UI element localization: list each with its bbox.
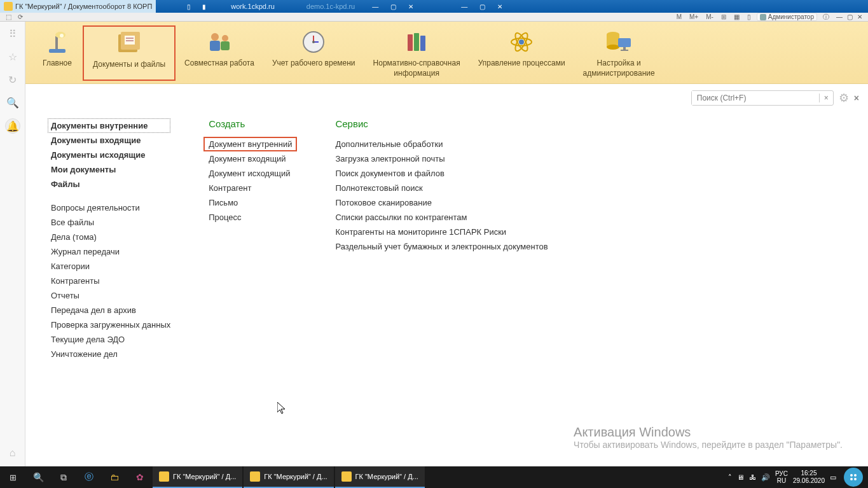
home-icon[interactable]: ⌂ bbox=[6, 446, 20, 460]
create-link[interactable]: Документ исходящий bbox=[209, 166, 297, 181]
star-icon[interactable]: ☆ bbox=[6, 50, 20, 64]
svg-rect-27 bbox=[618, 38, 631, 47]
tray-network-icon[interactable]: 🖧 bbox=[749, 473, 756, 481]
nav-item[interactable]: Документы исходящие bbox=[51, 148, 170, 162]
service-link[interactable]: Загрузка электронной почты bbox=[335, 151, 548, 166]
user-badge[interactable]: Администратор bbox=[757, 13, 817, 21]
task-icon bbox=[341, 471, 352, 482]
svg-point-32 bbox=[850, 478, 853, 480]
nav-item[interactable]: Категории bbox=[51, 259, 170, 274]
section-main[interactable]: Главное bbox=[32, 25, 83, 81]
nav-item[interactable]: Отчеты bbox=[51, 288, 170, 303]
tray-volume-icon[interactable]: 🔊 bbox=[761, 473, 770, 482]
create-link[interactable]: Документ входящий bbox=[209, 151, 297, 166]
service-link[interactable]: Дополнительные обработки bbox=[335, 137, 548, 151]
history-icon[interactable]: ↻ bbox=[6, 73, 20, 87]
section-time[interactable]: Учет рабочего времени bbox=[263, 25, 364, 81]
calc-icon[interactable]: ▦ bbox=[732, 13, 741, 20]
nav-item[interactable]: Уничтожение дел bbox=[51, 347, 170, 361]
search-input[interactable] bbox=[692, 91, 819, 105]
gear-icon[interactable]: ⚙ bbox=[839, 91, 849, 105]
minimize-button[interactable]: — bbox=[835, 13, 844, 20]
section-label: Совместная работа bbox=[184, 59, 254, 69]
nav-item[interactable]: Проверка загруженных данных bbox=[51, 317, 170, 332]
service-link[interactable]: Полнотекстовый поиск bbox=[335, 181, 548, 195]
start-button[interactable]: ⊞ bbox=[0, 466, 25, 488]
taskbar-task[interactable]: ГК "Меркурий" / Д... bbox=[244, 466, 333, 488]
nav-item[interactable]: Журнал передачи bbox=[51, 244, 170, 259]
ie-icon[interactable]: ⓔ bbox=[76, 466, 102, 488]
section-reference[interactable]: Нормативно-справочная информация bbox=[364, 25, 469, 81]
service-column: Сервис Дополнительные обработкиЗагрузка … bbox=[322, 118, 548, 361]
nav-item[interactable]: Файлы bbox=[51, 177, 170, 192]
app-icon[interactable]: ✿ bbox=[127, 466, 153, 488]
task-view-icon[interactable]: ⧉ bbox=[51, 466, 76, 488]
nav-item[interactable]: Передача дел в архив bbox=[51, 303, 170, 317]
maximize-icon[interactable]: ▢ bbox=[474, 1, 490, 11]
toolbar-icon[interactable]: ⟳ bbox=[16, 13, 25, 20]
apps-icon[interactable]: ⠿ bbox=[6, 27, 20, 41]
nav-item[interactable]: Контрагенты bbox=[51, 274, 170, 288]
svg-point-3 bbox=[60, 34, 64, 38]
nav-item[interactable]: Все файлы bbox=[51, 215, 170, 230]
language-indicator[interactable]: РУС RU bbox=[775, 470, 788, 484]
create-link[interactable]: Документ внутренний bbox=[203, 137, 297, 151]
create-link[interactable]: Письмо bbox=[209, 195, 297, 210]
memory-m[interactable]: M bbox=[675, 13, 684, 20]
maximize-icon[interactable]: ▢ bbox=[385, 1, 401, 11]
browser-tab-active[interactable]: ГК "Меркурий" / Документооборот 8 КОРП bbox=[0, 0, 156, 13]
toolbar-icon[interactable]: ⬚ bbox=[4, 13, 13, 20]
user-name: Администратор bbox=[768, 13, 814, 20]
explorer-icon[interactable]: 🗀 bbox=[102, 466, 127, 488]
clear-search-button[interactable]: × bbox=[819, 94, 833, 102]
maximize-button[interactable]: ▢ bbox=[845, 13, 854, 20]
service-link[interactable]: Поиск документов и файлов bbox=[335, 166, 548, 181]
nav-item[interactable]: Мои документы bbox=[51, 162, 170, 177]
section-documents[interactable]: Документы и файлы bbox=[83, 25, 176, 81]
service-link[interactable]: Потоковое сканирование bbox=[335, 195, 548, 210]
nav-item[interactable]: Дела (тома) bbox=[51, 230, 170, 244]
grid-icon[interactable]: ⊞ bbox=[719, 13, 728, 20]
clock[interactable]: 16:25 29.06.2020 bbox=[793, 470, 825, 485]
service-link[interactable]: Контрагенты на мониторинге 1СПАРК Риски bbox=[335, 225, 548, 239]
info-icon[interactable]: ⓘ bbox=[821, 13, 831, 22]
svg-rect-1 bbox=[55, 36, 58, 49]
section-label: Главное bbox=[43, 59, 72, 69]
tray-monitor-icon[interactable]: 🖥 bbox=[737, 473, 744, 481]
service-link[interactable]: Списки рассылки по контрагентам bbox=[335, 210, 548, 225]
close-button[interactable]: ✕ bbox=[855, 13, 864, 20]
assistant-bubble-icon[interactable] bbox=[844, 468, 863, 487]
create-link[interactable]: Контрагент bbox=[209, 181, 297, 195]
nav-item[interactable]: Документы входящие bbox=[51, 133, 170, 148]
calendar-icon[interactable]: ▯ bbox=[745, 13, 753, 20]
close-icon[interactable]: ✕ bbox=[492, 1, 507, 11]
nav-item[interactable]: Текущие дела ЭДО bbox=[51, 332, 170, 347]
taskbar-search-icon[interactable]: 🔍 bbox=[25, 466, 51, 488]
section-processes[interactable]: Управление процессами bbox=[469, 25, 574, 81]
section-collab[interactable]: Совместная работа bbox=[176, 25, 263, 81]
svg-rect-10 bbox=[210, 41, 220, 51]
svg-point-16 bbox=[312, 41, 315, 43]
create-link[interactable]: Процесс bbox=[209, 210, 297, 225]
svg-point-23 bbox=[519, 39, 524, 45]
section-settings[interactable]: Настройка и администрирование bbox=[574, 25, 664, 81]
nav-item[interactable]: Документы внутренние bbox=[48, 118, 170, 133]
nav-item[interactable]: Вопросы деятельности bbox=[51, 200, 170, 215]
close-panel-button[interactable]: × bbox=[854, 93, 859, 103]
close-icon[interactable]: ✕ bbox=[403, 1, 418, 11]
minimize-icon[interactable]: — bbox=[457, 1, 472, 11]
memory-mminus[interactable]: M- bbox=[704, 13, 715, 20]
svg-point-30 bbox=[850, 474, 853, 477]
notification-icon[interactable]: ▭ bbox=[830, 473, 836, 482]
svg-point-11 bbox=[222, 35, 228, 41]
system-tray: ˄ 🖥 🖧 🔊 РУС RU 16:25 29.06.2020 ▭ bbox=[728, 468, 868, 487]
bell-icon[interactable]: 🔔 bbox=[5, 118, 20, 134]
search-icon[interactable]: 🔍 bbox=[6, 95, 20, 109]
memory-mplus[interactable]: M+ bbox=[687, 13, 700, 20]
taskbar-task[interactable]: ГК "Меркурий" / Д... bbox=[335, 466, 425, 488]
service-link[interactable]: Раздельный учет бумажных и электронных д… bbox=[335, 239, 548, 254]
clock-icon bbox=[298, 29, 329, 55]
taskbar-task[interactable]: ГК "Меркурий" / Д... bbox=[153, 466, 242, 488]
tray-chevron-icon[interactable]: ˄ bbox=[728, 473, 732, 482]
minimize-icon[interactable]: — bbox=[368, 1, 383, 11]
